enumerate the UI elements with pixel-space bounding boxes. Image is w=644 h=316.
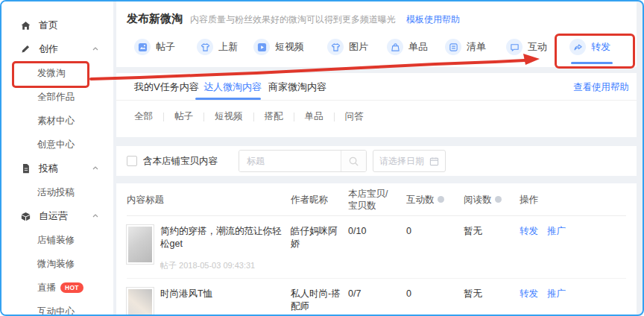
list-icon — [445, 39, 461, 55]
sidebar: 首页 创作 发微淘 全部作品 素材中心 创意中心 投稿 — [1, 1, 113, 315]
home-icon — [19, 19, 31, 31]
col-label: 阅读数 — [464, 194, 492, 206]
template-help-link[interactable]: 模板使用帮助 — [406, 13, 460, 26]
filter-all[interactable]: 全部 — [134, 110, 163, 123]
col-shop-items: 本店宝贝/宝贝数 — [348, 188, 400, 212]
table-header-row: 内容标题 作者昵称 本店宝贝/宝贝数 互动数 阅读数 操作 — [127, 183, 626, 216]
tab-merchant-weitao-content[interactable]: 商家微淘内容 — [268, 80, 326, 94]
page-title: 发布新微淘 — [127, 12, 183, 26]
sidebar-item-label: 微淘装修 — [37, 258, 75, 271]
app-window: 首页 创作 发微淘 全部作品 素材中心 创意中心 投稿 — [0, 0, 644, 316]
checkbox-label: 含本店铺宝贝内容 — [143, 155, 218, 168]
sidebar-item-all-works[interactable]: 全部作品 — [1, 85, 113, 109]
items-count: 0/7 — [348, 286, 406, 300]
table-row[interactable]: 简约的穿搭，潮流的范让你轻松get 帖子 2018-05-03 09:43:31… — [127, 216, 626, 278]
tab-label: 图片 — [349, 40, 368, 54]
tab-label: 转发 — [591, 40, 610, 54]
sidebar-item-shop-decoration[interactable]: 店铺装修 — [1, 228, 113, 252]
box-icon — [19, 210, 31, 222]
search-icon — [348, 156, 359, 167]
row-thumbnail[interactable] — [127, 225, 154, 264]
col-interactions: 互动数 — [406, 194, 464, 206]
image-icon — [327, 39, 344, 55]
info-icon[interactable] — [495, 196, 502, 203]
items-count: 0/10 — [348, 224, 406, 238]
author-name: 私人时尚-搭配师 — [291, 286, 348, 313]
filter-single-item[interactable]: 单品 — [294, 110, 334, 123]
content-meta: 帖子 2018-05-03 09:43:31 — [160, 250, 283, 272]
title-search-box — [239, 150, 367, 172]
promote-link[interactable]: 推广 — [547, 288, 566, 300]
sidebar-item-activity-submission[interactable]: 活动投稿 — [1, 180, 113, 204]
sidebar-item-create[interactable]: 创作 — [1, 37, 113, 61]
video-icon — [253, 39, 270, 55]
date-input[interactable] — [379, 156, 429, 166]
bag-icon — [387, 39, 403, 55]
title-search-input[interactable] — [239, 151, 341, 171]
content-meta: 帖子 2018-05-03 09:43:31 — [160, 312, 255, 316]
tab-post[interactable]: 帖子 — [134, 39, 175, 55]
tab-single-item[interactable]: 单品 — [387, 39, 428, 55]
search-filter-card: 含本店铺宝贝内容 — [116, 146, 637, 176]
forward-link[interactable]: 转发 — [520, 288, 538, 300]
author-name: 皓仔妈咪阿娇 — [291, 224, 348, 250]
include-shop-items-checkbox[interactable] — [127, 156, 137, 166]
filter-post[interactable]: 帖子 — [164, 110, 203, 123]
interactions-count: 0 — [406, 286, 464, 300]
sidebar-item-publish-weitao[interactable]: 发微淘 — [1, 61, 113, 85]
filter-qa[interactable]: 问答 — [335, 110, 374, 123]
tab-label: 单品 — [408, 40, 428, 54]
tab-label: 短视频 — [275, 40, 304, 54]
forward-link[interactable]: 转发 — [520, 225, 538, 238]
type-filter-row: 全部 帖子 短视频 搭配 单品 问答 — [134, 110, 637, 123]
tab-label: 上新 — [218, 40, 238, 54]
content-title: 简约的穿搭，潮流的范让你轻松get — [160, 225, 283, 250]
sidebar-item-label: 自运营 — [39, 209, 68, 223]
tab-interaction[interactable]: 互动 — [506, 39, 547, 55]
source-tabs: 我的V任务内容 达人微淘内容 商家微淘内容 — [116, 73, 637, 100]
reads-count: 暂无 — [464, 224, 520, 238]
sidebar-item-creative-center[interactable]: 创意中心 — [1, 133, 113, 157]
filter-short-video[interactable]: 短视频 — [204, 110, 253, 123]
sidebar-item-material-center[interactable]: 素材中心 — [1, 109, 113, 133]
document-icon — [19, 162, 31, 174]
sidebar-item-label: 投稿 — [39, 162, 58, 175]
sidebar-item-interaction-center[interactable]: 互动中心 — [1, 300, 113, 316]
sidebar-item-label: 活动投稿 — [37, 186, 75, 199]
col-label: 互动数 — [406, 194, 435, 206]
sidebar-item-self-operation[interactable]: 自运营 — [1, 204, 113, 228]
col-reads: 阅读数 — [464, 194, 520, 206]
table-row[interactable]: 时尚港风T恤 帖子 2018-05-03 09:43:31 私人时尚-搭配师 0… — [127, 278, 626, 316]
search-button[interactable] — [341, 151, 366, 171]
forward-arrow-icon — [569, 39, 586, 55]
tab-my-v-task-content[interactable]: 我的V任务内容 — [134, 80, 199, 94]
sidebar-item-label: 素材中心 — [37, 115, 75, 127]
tab-short-video[interactable]: 短视频 — [253, 39, 304, 55]
calendar-icon[interactable] — [429, 157, 439, 166]
sidebar-item-home[interactable]: 首页 — [1, 13, 113, 37]
promote-link[interactable]: 推广 — [547, 225, 566, 238]
content-title: 时尚港风T恤 — [160, 288, 255, 300]
row-thumbnail[interactable] — [127, 288, 154, 316]
sidebar-item-weitao-decoration[interactable]: 微淘装修 — [1, 252, 113, 276]
chevron-up-icon — [92, 166, 98, 170]
tab-forward[interactable]: 转发 — [569, 39, 610, 55]
tshirt-icon — [197, 39, 213, 55]
sidebar-item-submission[interactable]: 投稿 — [1, 157, 113, 180]
divider — [116, 100, 637, 101]
tab-image[interactable]: 图片 — [327, 39, 368, 55]
info-icon[interactable] — [438, 196, 444, 203]
sidebar-item-live[interactable]: 直播 HOT — [1, 276, 113, 300]
tab-daren-weitao-content[interactable]: 达人微淘内容 — [203, 80, 262, 94]
sidebar-item-label: 直播 — [37, 282, 56, 294]
tab-list[interactable]: 清单 — [445, 39, 486, 55]
tab-new-arrival[interactable]: 上新 — [197, 39, 238, 55]
reads-count: 暂无 — [464, 286, 520, 300]
usage-help-link[interactable]: 查看使用帮助 — [573, 81, 629, 94]
sidebar-item-label: 创作 — [39, 42, 58, 56]
filter-match[interactable]: 搭配 — [254, 110, 294, 123]
page-subtitle: 内容质量与粉丝效果好的微淘可以得到更多频道曝光 — [190, 13, 396, 26]
sidebar-item-label: 互动中心 — [37, 306, 75, 316]
active-tab-underline — [571, 62, 613, 64]
content-source-card: 我的V任务内容 达人微淘内容 商家微淘内容 全部 帖子 短视频 搭配 单品 问答 — [116, 73, 637, 137]
